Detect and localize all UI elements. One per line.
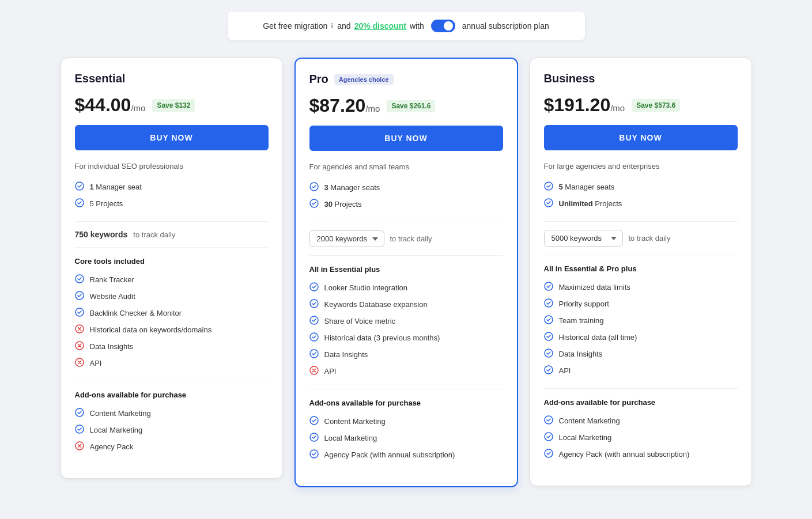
- core-feature-item-pro-3: Historical data (3 previous months): [309, 329, 503, 346]
- core-features-list-business: Maximized data limits Priority support T…: [544, 279, 738, 379]
- core-feature-item-pro-2: Share of Voice metric: [309, 313, 503, 329]
- core-feature-label-business-5: API: [559, 366, 571, 375]
- banner-text-before: Get free migration: [263, 21, 327, 31]
- core-feature-item-essential-4: Data Insights: [75, 338, 269, 355]
- projects-item-business: Unlimited Projects: [544, 195, 738, 212]
- banner-text-middle: and: [337, 21, 350, 31]
- addon-label-business-2: Agency Pack (with annual subscription): [559, 450, 690, 459]
- core-feature-label-essential-5: API: [90, 359, 102, 368]
- divider-business: [544, 388, 738, 389]
- addon-item-essential-0: Content Marketing: [75, 405, 269, 422]
- check-icon-core-business-5: [544, 365, 553, 376]
- plan-description-business: For large agencies and enterprises: [544, 162, 738, 171]
- core-feature-label-essential-1: Website Audit: [90, 292, 135, 301]
- core-feature-label-essential-2: Backlink Checker & Monitor: [90, 309, 182, 317]
- seats-label-essential: 1 Manager seat: [90, 183, 142, 191]
- seats-projects-list-essential: 1 Manager seat 5 Projects: [75, 179, 269, 212]
- seats-label-pro: 3 Manager seats: [324, 183, 380, 192]
- price-row-essential: $44.00/mo Save $132: [75, 94, 269, 116]
- keywords-select-business[interactable]: 5000 keywords7000 keywords10000 keywords: [544, 230, 623, 247]
- check-icon-core-business-2: [544, 315, 553, 326]
- check-icon-addon-pro-2: [309, 449, 319, 460]
- plan-card-essential: Essential $44.00/mo Save $132 BUY NOWFor…: [61, 58, 283, 479]
- core-feature-label-pro-0: Looker Studio integration: [324, 283, 408, 292]
- addons-section-essential: Add-ons available for purchase Content M…: [75, 391, 269, 455]
- core-feature-item-business-2: Team training: [544, 312, 738, 329]
- projects-label-essential: 5 Projects: [90, 199, 123, 208]
- plan-period-pro: /mo: [365, 104, 380, 113]
- plans-container: Essential $44.00/mo Save $132 BUY NOWFor…: [61, 58, 752, 487]
- core-feature-label-business-1: Priority support: [559, 300, 609, 308]
- buy-button-business[interactable]: BUY NOW: [544, 125, 738, 150]
- addon-item-essential-2: Agency Pack: [75, 438, 269, 455]
- core-feature-item-essential-0: Rank Tracker: [75, 271, 269, 288]
- plan-price-essential: $44.00/mo: [75, 94, 146, 116]
- plan-header-pro: ProAgencies choice: [309, 73, 503, 86]
- plan-header-essential: Essential: [75, 72, 269, 85]
- addons-list-pro: Content Marketing Local Marketing Agency…: [309, 413, 503, 463]
- core-feature-label-essential-0: Rank Tracker: [90, 275, 134, 284]
- discount-text: 20% discount: [354, 21, 406, 31]
- info-icon[interactable]: ℹ: [331, 22, 334, 30]
- plan-save-essential: Save $132: [152, 99, 195, 112]
- projects-item-pro: 30 Projects: [309, 196, 503, 213]
- core-feature-item-business-0: Maximized data limits: [544, 279, 738, 296]
- core-section-business: All in Essential & Pro plus Maximized da…: [544, 264, 738, 379]
- plan-description-essential: For individual SEO professionals: [75, 162, 269, 171]
- core-features-list-essential: Rank Tracker Website Audit Backlink Chec…: [75, 271, 269, 372]
- addons-list-essential: Content Marketing Local Marketing Agency…: [75, 405, 269, 455]
- core-feature-item-essential-1: Website Audit: [75, 288, 269, 305]
- annual-toggle[interactable]: [431, 20, 455, 32]
- price-row-pro: $87.20/mo Save $261.6: [309, 95, 503, 116]
- core-feature-item-essential-3: Historical data on keywords/domains: [75, 321, 269, 338]
- keywords-select-pro[interactable]: 2000 keywords3000 keywords4000 keywords: [309, 230, 384, 247]
- addon-item-business-2: Agency Pack (with annual subscription): [544, 446, 738, 463]
- check-icon-seats-essential: [75, 181, 84, 192]
- core-feature-label-pro-4: Data Insights: [324, 350, 368, 359]
- addon-label-business-1: Local Marketing: [559, 433, 612, 442]
- addon-label-essential-2: Agency Pack: [90, 442, 134, 451]
- projects-label-pro: 30 Projects: [324, 200, 362, 209]
- addon-label-pro-0: Content Marketing: [324, 417, 386, 426]
- core-feature-label-essential-4: Data Insights: [90, 342, 134, 351]
- buy-button-essential[interactable]: BUY NOW: [75, 125, 269, 150]
- price-row-business: $191.20/mo Save $573.6: [544, 94, 738, 116]
- keywords-to-track-essential: to track daily: [133, 230, 175, 239]
- core-feature-item-essential-5: API: [75, 355, 269, 372]
- check-icon-addon-essential-1: [75, 425, 84, 435]
- plan-name-essential: Essential: [75, 72, 126, 85]
- plan-name-pro: Pro: [309, 73, 328, 86]
- buy-button-pro[interactable]: BUY NOW: [309, 126, 503, 151]
- projects-item-essential: 5 Projects: [75, 195, 269, 212]
- addon-label-pro-2: Agency Pack (with annual subscription): [324, 450, 455, 459]
- check-icon-core-essential-2: [75, 308, 84, 319]
- core-feature-item-pro-4: Data Insights: [309, 346, 503, 363]
- plan-price-business: $191.20/mo: [544, 94, 625, 116]
- check-icon-projects-pro: [309, 199, 319, 210]
- core-feature-item-business-3: Historical data (all time): [544, 329, 738, 346]
- core-feature-label-pro-3: Historical data (3 previous months): [324, 334, 440, 342]
- keywords-static-essential: 750 keywords: [75, 230, 128, 239]
- plan-header-business: Business: [544, 72, 738, 85]
- core-feature-item-business-4: Data Insights: [544, 346, 738, 362]
- addon-item-pro-1: Local Marketing: [309, 430, 503, 446]
- addon-label-business-0: Content Marketing: [559, 416, 620, 425]
- addon-item-pro-0: Content Marketing: [309, 413, 503, 430]
- core-title-business: All in Essential & Pro plus: [544, 264, 738, 273]
- x-icon-core-essential-5: [75, 358, 84, 369]
- keywords-row-business: 5000 keywords7000 keywords10000 keywords…: [544, 221, 738, 255]
- keywords-row-essential: 750 keywords to track daily: [75, 221, 269, 248]
- plan-description-pro: For agencies and small teams: [309, 162, 503, 171]
- seats-item-essential: 1 Manager seat: [75, 179, 269, 195]
- check-icon-projects-essential: [75, 198, 84, 209]
- keywords-to-track-business: to track daily: [629, 234, 671, 243]
- core-feature-item-pro-1: Keywords Database expansion: [309, 296, 503, 313]
- check-icon-core-pro-1: [309, 299, 319, 310]
- core-section-pro: All in Essential plus Looker Studio inte…: [309, 265, 503, 380]
- check-icon-core-essential-0: [75, 274, 84, 285]
- banner-text-after: with: [410, 21, 424, 31]
- core-title-pro: All in Essential plus: [309, 265, 503, 274]
- seats-item-business: 5 Manager seats: [544, 179, 738, 195]
- check-icon-core-pro-2: [309, 316, 319, 327]
- addons-list-business: Content Marketing Local Marketing Agency…: [544, 412, 738, 463]
